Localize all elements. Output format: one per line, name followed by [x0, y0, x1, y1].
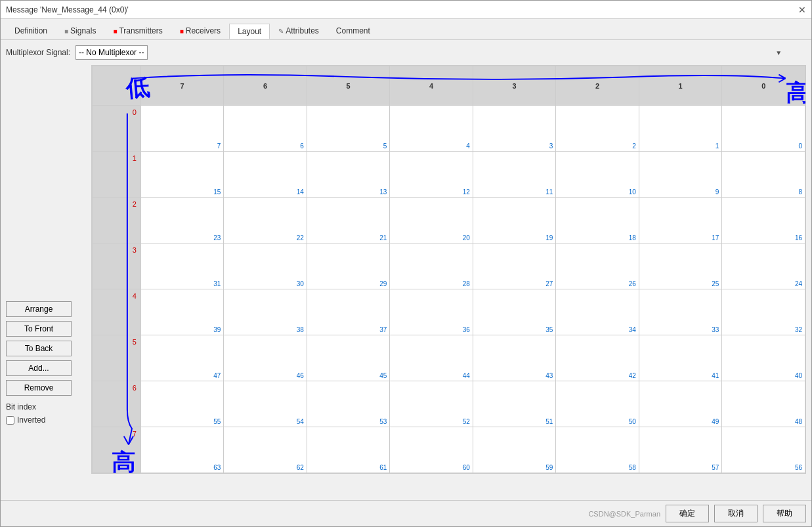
- tab-receivers[interactable]: ■ Receivers: [171, 23, 229, 38]
- grid-cell-0-7[interactable]: 0: [722, 106, 805, 152]
- grid-cell-6-4[interactable]: 51: [473, 381, 556, 427]
- grid-cell-3-4[interactable]: 27: [473, 243, 556, 289]
- grid-cell-6-6[interactable]: 49: [639, 381, 722, 427]
- grid-cell-3-6[interactable]: 25: [639, 243, 722, 289]
- grid-cell-4-6[interactable]: 33: [639, 289, 722, 335]
- cell-number: 23: [213, 234, 221, 242]
- row-header-0: 0: [93, 106, 141, 152]
- grid-cell-2-3[interactable]: 20: [390, 198, 473, 243]
- grid-cell-0-0[interactable]: 7: [140, 106, 224, 152]
- grid-cell-3-3[interactable]: 28: [390, 243, 473, 289]
- grid-cell-7-7[interactable]: 56: [722, 427, 805, 473]
- grid-cell-5-5[interactable]: 42: [556, 335, 639, 381]
- grid-cell-7-0[interactable]: 63: [140, 427, 224, 473]
- grid-cell-0-4[interactable]: 3: [473, 106, 556, 152]
- grid-cell-0-5[interactable]: 2: [556, 106, 639, 152]
- grid-cell-4-0[interactable]: 39: [140, 289, 224, 335]
- cell-number: 27: [545, 280, 553, 287]
- add-button[interactable]: Add...: [6, 360, 72, 376]
- grid-cell-7-1[interactable]: 62: [224, 427, 307, 473]
- cell-number: 42: [629, 372, 636, 379]
- grid-cell-1-3[interactable]: 12: [390, 152, 473, 198]
- grid-cell-4-4[interactable]: 35: [473, 289, 556, 335]
- grid-cell-4-3[interactable]: 36: [390, 289, 473, 335]
- grid-cell-1-7[interactable]: 8: [722, 152, 805, 198]
- grid-cell-4-7[interactable]: 32: [722, 289, 805, 335]
- grid-cell-2-7[interactable]: 16: [722, 198, 805, 243]
- tab-attributes[interactable]: ✎ Attributes: [270, 23, 328, 38]
- grid-cell-6-3[interactable]: 52: [390, 381, 473, 427]
- grid-cell-3-0[interactable]: 31: [140, 243, 224, 289]
- grid-cell-5-3[interactable]: 44: [390, 335, 473, 381]
- grid-cell-5-7[interactable]: 40: [722, 335, 805, 381]
- close-button[interactable]: ✕: [798, 5, 806, 15]
- remove-button[interactable]: Remove: [6, 380, 72, 396]
- mux-select[interactable]: -- No Multiplexor --: [75, 45, 148, 60]
- grid-cell-2-5[interactable]: 18: [556, 198, 639, 243]
- col-header-3: 3: [473, 66, 556, 106]
- row-header-3: 3: [93, 243, 141, 289]
- grid-cell-0-6[interactable]: 1: [639, 106, 722, 152]
- col-header-5: 5: [307, 66, 390, 106]
- grid-cell-1-2[interactable]: 13: [307, 152, 390, 198]
- grid-cell-0-2[interactable]: 5: [307, 106, 390, 152]
- grid-cell-7-4[interactable]: 59: [473, 427, 556, 473]
- grid-cell-0-1[interactable]: 6: [224, 106, 307, 152]
- cell-number: 55: [213, 418, 221, 425]
- to-back-button[interactable]: To Back: [6, 341, 72, 356]
- tab-definition[interactable]: Definition: [6, 23, 56, 38]
- grid-cell-4-1[interactable]: 38: [224, 289, 307, 335]
- grid-cell-5-4[interactable]: 43: [473, 335, 556, 381]
- grid-cell-5-0[interactable]: 47: [140, 335, 224, 381]
- grid-cell-2-4[interactable]: 19: [473, 198, 556, 243]
- grid-cell-4-2[interactable]: 37: [307, 289, 390, 335]
- grid-cell-7-2[interactable]: 61: [307, 427, 390, 473]
- grid-cell-6-1[interactable]: 54: [224, 381, 307, 427]
- help-button[interactable]: 帮助: [763, 505, 806, 522]
- grid-cell-5-2[interactable]: 45: [307, 335, 390, 381]
- grid-cell-6-2[interactable]: 53: [307, 381, 390, 427]
- rx-icon: ■: [180, 28, 184, 35]
- inverted-checkbox[interactable]: [6, 416, 14, 425]
- cell-number: 4: [466, 142, 470, 150]
- grid-cell-1-6[interactable]: 9: [639, 152, 722, 198]
- tab-layout[interactable]: Layout: [229, 24, 270, 39]
- tab-signals[interactable]: ■ Signals: [56, 23, 104, 38]
- grid-container[interactable]: 7 6 5 4 3 2 1 0 0765432101151413121: [91, 65, 806, 474]
- grid-cell-6-7[interactable]: 48: [722, 381, 805, 427]
- grid-cell-1-0[interactable]: 15: [140, 152, 224, 198]
- tab-comment[interactable]: Comment: [328, 23, 379, 38]
- grid-cell-5-1[interactable]: 46: [224, 335, 307, 381]
- grid-cell-7-5[interactable]: 58: [556, 427, 639, 473]
- to-front-button[interactable]: To Front: [6, 321, 72, 337]
- col-header-7: 7: [140, 66, 224, 106]
- arrange-button[interactable]: Arrange: [6, 301, 72, 317]
- grid-cell-7-3[interactable]: 60: [390, 427, 473, 473]
- cell-number: 8: [798, 188, 802, 196]
- grid-cell-2-6[interactable]: 17: [639, 198, 722, 243]
- grid-cell-3-1[interactable]: 30: [224, 243, 307, 289]
- grid-cell-3-2[interactable]: 29: [307, 243, 390, 289]
- grid-cell-1-4[interactable]: 11: [473, 152, 556, 198]
- grid-cell-3-5[interactable]: 26: [556, 243, 639, 289]
- grid-cell-2-2[interactable]: 21: [307, 198, 390, 243]
- grid-cell-1-5[interactable]: 10: [556, 152, 639, 198]
- confirm-button[interactable]: 确定: [666, 505, 709, 522]
- grid-cell-2-0[interactable]: 23: [140, 198, 224, 243]
- grid-cell-6-0[interactable]: 55: [140, 381, 224, 427]
- grid-cell-3-7[interactable]: 24: [722, 243, 805, 289]
- grid-cell-5-6[interactable]: 41: [639, 335, 722, 381]
- cell-number: 45: [379, 372, 387, 379]
- tab-transmitters[interactable]: ■ Transmitters: [104, 23, 171, 38]
- grid-cell-7-6[interactable]: 57: [639, 427, 722, 473]
- table-row: 65554535251504948: [93, 381, 805, 427]
- cell-number: 56: [795, 464, 802, 471]
- grid-cell-4-5[interactable]: 34: [556, 289, 639, 335]
- cancel-button[interactable]: 取消: [714, 505, 758, 522]
- grid-cell-1-1[interactable]: 14: [224, 152, 307, 198]
- grid-cell-6-5[interactable]: 50: [556, 381, 639, 427]
- grid-cell-2-1[interactable]: 22: [224, 198, 307, 243]
- row-header-5: 5: [93, 335, 141, 381]
- grid-cell-0-3[interactable]: 4: [390, 106, 473, 152]
- cell-number: 61: [379, 464, 387, 471]
